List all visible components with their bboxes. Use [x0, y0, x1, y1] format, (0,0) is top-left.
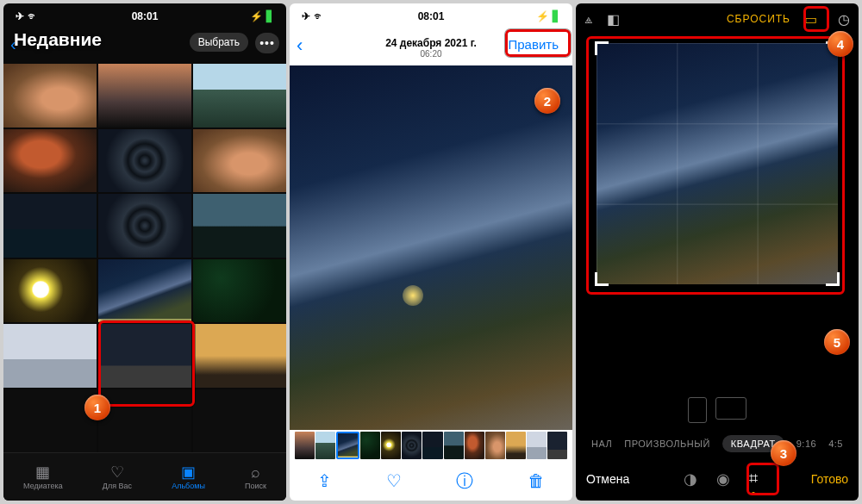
done-button[interactable]: Готово [811, 472, 848, 486]
photo-thumb[interactable] [98, 389, 191, 453]
albums-icon: ▣ [181, 464, 196, 480]
crop-handle-bl[interactable] [595, 272, 609, 286]
search-icon: ⌕ [251, 464, 260, 480]
filmstrip[interactable] [290, 430, 572, 461]
photo-thumb[interactable] [3, 64, 97, 128]
trash-icon[interactable]: 🗑 [528, 471, 545, 491]
edit-button[interactable]: Править [502, 34, 566, 54]
screen-crop-editor: ⟁ ◧ СБРОСИТЬ ▭ ◷ 4 5 НАЛ ПРОИЗВОЛЬНЫЙ КВ… [576, 3, 859, 501]
info-icon[interactable]: ⓘ [456, 470, 473, 493]
photo-thumb[interactable] [3, 129, 97, 193]
tab-library[interactable]: ▦Медиатека [23, 464, 63, 490]
library-icon: ▦ [35, 464, 50, 480]
photo-thumb[interactable] [98, 129, 191, 193]
status-time: 08:01 [290, 10, 572, 22]
ratio-free[interactable]: ПРОИЗВОЛЬНЫЙ [624, 439, 710, 449]
crop-handle-br[interactable] [826, 272, 840, 286]
photo-thumb[interactable] [193, 129, 286, 193]
crop-image[interactable] [597, 43, 838, 284]
detail-toolbar: ⇪ ♡ ⓘ 🗑 [290, 461, 572, 501]
tab-albums[interactable]: ▣Альбомы [172, 464, 205, 490]
photo-thumb[interactable] [193, 194, 286, 258]
photo-thumb[interactable] [98, 324, 191, 388]
mode-adjust-icon[interactable]: ◑ [684, 470, 697, 488]
orientation-portrait[interactable] [688, 397, 707, 423]
aspect-ratio-icon[interactable]: ▭ [804, 11, 817, 28]
orientation-picker [576, 390, 859, 423]
back-button[interactable]: ‹ [297, 34, 303, 57]
crop-handle-tl[interactable] [595, 41, 609, 55]
photo-thumb[interactable] [3, 389, 97, 453]
crop-grid-overlay [597, 43, 838, 284]
share-icon[interactable]: ⇪ [317, 470, 332, 491]
callout-5: 5 [824, 329, 850, 355]
cancel-button[interactable]: Отмена [586, 472, 629, 486]
photo-viewer[interactable] [290, 65, 572, 430]
photo-thumb[interactable] [3, 324, 97, 388]
status-bar: ✈︎ ᯤ 08:01 ⚡▋ [290, 3, 572, 29]
orientation-landscape[interactable] [715, 397, 746, 420]
rotate-icon[interactable]: ◧ [607, 11, 620, 28]
callout-1: 1 [84, 395, 110, 420]
screen-photo-detail: ✈︎ ᯤ 08:01 ⚡▋ ‹ 24 декабря 2021 г. 06:20… [290, 3, 572, 501]
detail-header: ‹ 24 декабря 2021 г. 06:20 Править [290, 29, 572, 65]
photo-thumb[interactable] [98, 64, 191, 128]
photo-thumb[interactable] [193, 64, 286, 128]
aspect-ratio-row: НАЛ ПРОИЗВОЛЬНЫЙ КВАДРАТ 9:16 4:5 [576, 423, 859, 457]
page-title: Недавние [14, 29, 102, 50]
photo-grid: 1 [3, 64, 286, 452]
edit-mode-switcher: ◑ ◉ ⌗ [684, 470, 758, 488]
status-time: 08:01 [3, 10, 286, 22]
ratio-4-5[interactable]: 4:5 [828, 439, 843, 449]
photo-thumb[interactable] [98, 194, 191, 258]
screen-gallery: ✈︎ ᯤ 08:01 ⚡▋ ‹ Выбрать ••• Недавние 1 ▦… [3, 3, 286, 501]
photo-thumb[interactable] [193, 389, 286, 453]
foryou-icon: ♡ [110, 464, 124, 480]
reset-button[interactable]: СБРОСИТЬ [727, 13, 790, 25]
mode-filters-icon[interactable]: ◉ [716, 470, 730, 488]
callout-2: 2 [534, 88, 560, 114]
tab-foryou[interactable]: ♡Для Вас [103, 464, 132, 490]
photo-thumb[interactable] [193, 259, 286, 323]
select-button[interactable]: Выбрать [190, 33, 248, 52]
crop-canvas-area [576, 34, 859, 390]
photo-time: 06:20 [420, 49, 441, 59]
ratio-9-16[interactable]: 9:16 [796, 439, 816, 449]
favorite-icon[interactable]: ♡ [386, 470, 402, 491]
tab-bar: ▦Медиатека ♡Для Вас ▣Альбомы ⌕Поиск [3, 452, 286, 501]
more-button[interactable]: ••• [255, 33, 279, 53]
freeform-rotate-icon[interactable]: ◷ [838, 11, 850, 28]
tab-search[interactable]: ⌕Поиск [245, 464, 266, 490]
photo-date: 24 декабря 2021 г. [385, 37, 477, 49]
ratio-original[interactable]: НАЛ [591, 439, 612, 449]
crop-toolbar-bottom: Отмена ◑ ◉ ⌗ Готово [576, 457, 859, 501]
photo-thumb[interactable] [3, 194, 97, 258]
photo-thumb[interactable] [193, 324, 286, 388]
crop-toolbar-top: ⟁ ◧ СБРОСИТЬ ▭ ◷ [576, 3, 859, 34]
callout-4: 4 [828, 31, 853, 57]
callout-3: 3 [771, 440, 796, 466]
flip-icon[interactable]: ⟁ [584, 11, 593, 27]
photo-thumb[interactable] [98, 259, 191, 323]
photo-thumb[interactable] [3, 259, 97, 323]
mode-crop-icon[interactable]: ⌗ [749, 470, 758, 488]
status-bar: ✈︎ ᯤ 08:01 ⚡▋ [3, 3, 286, 29]
